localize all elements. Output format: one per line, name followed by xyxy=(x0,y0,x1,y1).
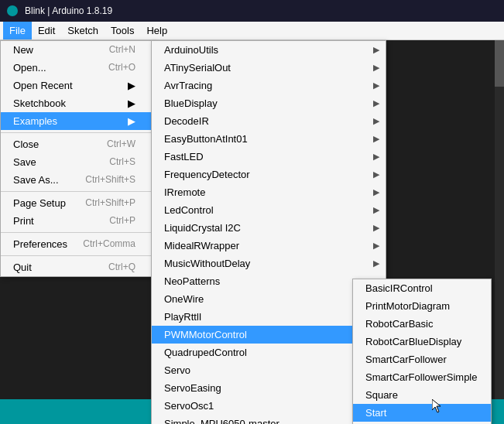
pwm-basicircontrol[interactable]: BasicIRControl xyxy=(353,279,491,297)
example-fastled[interactable]: FastLED▶ xyxy=(152,148,386,166)
example-ledcontrol[interactable]: LedControl▶ xyxy=(152,201,386,219)
example-liquidcrystal[interactable]: LiquidCrystal I2C▶ xyxy=(152,219,386,237)
menu-tools[interactable]: Tools xyxy=(105,22,140,39)
app-icon xyxy=(6,5,19,17)
file-menu-dropdown: New Ctrl+N Open... Ctrl+O Open Recent ▶ … xyxy=(0,40,155,277)
editor-scrollbar[interactable] xyxy=(495,40,504,424)
example-arduinoutils[interactable]: ArduinoUtils▶ xyxy=(152,41,386,59)
example-easybutton[interactable]: EasyButtonAtInt01▶ xyxy=(152,130,386,148)
pwm-robotcarbasic[interactable]: RobotCarBasic xyxy=(353,315,491,333)
file-save[interactable]: Save Ctrl+S xyxy=(1,153,154,171)
menu-bar: File Edit Sketch Tools Help xyxy=(0,22,504,40)
example-simplempu[interactable]: Simple_MPU6050-master▶ xyxy=(152,415,386,424)
menu-help[interactable]: Help xyxy=(140,22,173,39)
file-open[interactable]: Open... Ctrl+O xyxy=(1,59,154,77)
menu-edit[interactable]: Edit xyxy=(32,22,61,39)
title-text: Blink | Arduino 1.8.19 xyxy=(25,5,112,16)
file-preferences[interactable]: Preferences Ctrl+Comma xyxy=(1,235,154,253)
file-save-as[interactable]: Save As... Ctrl+Shift+S xyxy=(1,171,154,189)
file-new[interactable]: New Ctrl+N xyxy=(1,41,154,59)
example-neopatterns[interactable]: NeoPatterns▶ xyxy=(152,272,386,290)
example-musicwithoutdelay[interactable]: MusicWithoutDelay▶ xyxy=(152,255,386,272)
example-onewire[interactable]: OneWire▶ xyxy=(152,290,386,308)
sep-4 xyxy=(1,255,154,256)
file-quit[interactable]: Quit Ctrl+Q xyxy=(1,258,154,276)
example-quadrupedcontrol[interactable]: QuadrupedControl▶ xyxy=(152,344,386,361)
example-servoosc1[interactable]: ServoOsc1▶ xyxy=(152,397,386,415)
menu-sketch[interactable]: Sketch xyxy=(61,22,105,39)
example-atinyserialout[interactable]: ATinySerialOut▶ xyxy=(152,59,386,77)
example-avrtracing[interactable]: AvrTracing▶ xyxy=(152,77,386,94)
title-bar: Blink | Arduino 1.8.19 xyxy=(0,0,504,22)
example-servoeasing[interactable]: ServoEasing▶ xyxy=(152,379,386,397)
pwm-start[interactable]: Start xyxy=(353,404,491,422)
example-midealrwrapper[interactable]: MidealRWrapper▶ xyxy=(152,237,386,255)
pwm-square[interactable]: Square xyxy=(353,386,491,404)
pwm-robotcarbluedisplay[interactable]: RobotCarBlueDisplay xyxy=(353,333,491,350)
pwm-printmotordiagram[interactable]: PrintMotorDiagram xyxy=(353,297,491,315)
example-servo[interactable]: Servo▶ xyxy=(152,361,386,379)
example-decodeir[interactable]: DecodeIR▶ xyxy=(152,112,386,130)
example-pwmmotorcontrol[interactable]: PWMMotorControl▶ xyxy=(152,326,386,344)
pwm-smartcarfollowersimple[interactable]: SmartCarFollowerSimple xyxy=(353,368,491,386)
example-irremote[interactable]: IRremote▶ xyxy=(152,183,386,201)
scrollbar-thumb[interactable] xyxy=(495,40,504,87)
svg-point-0 xyxy=(7,5,18,16)
pwm-smartcarfollower[interactable]: SmartCarFollower xyxy=(353,350,491,368)
file-examples[interactable]: Examples ▶ xyxy=(1,112,154,130)
file-print[interactable]: Print Ctrl+P xyxy=(1,212,154,230)
pwm-submenu: BasicIRControl PrintMotorDiagram RobotCa… xyxy=(352,279,492,424)
example-bluedisplay[interactable]: BlueDisplay▶ xyxy=(152,94,386,112)
examples-submenu: ArduinoUtils▶ ATinySerialOut▶ AvrTracing… xyxy=(151,40,386,424)
sep-3 xyxy=(1,232,154,233)
file-sketchbook[interactable]: Sketchbook ▶ xyxy=(1,94,154,112)
example-freqdetector[interactable]: FrequencyDetector▶ xyxy=(152,166,386,183)
file-close[interactable]: Close Ctrl+W xyxy=(1,135,154,153)
sep-1 xyxy=(1,132,154,133)
file-page-setup[interactable]: Page Setup Ctrl+Shift+P xyxy=(1,194,154,212)
menu-file[interactable]: File xyxy=(3,22,32,39)
sep-2 xyxy=(1,191,154,192)
example-playrttl[interactable]: PlayRttlI▶ xyxy=(152,308,386,326)
file-open-recent[interactable]: Open Recent ▶ xyxy=(1,77,154,94)
